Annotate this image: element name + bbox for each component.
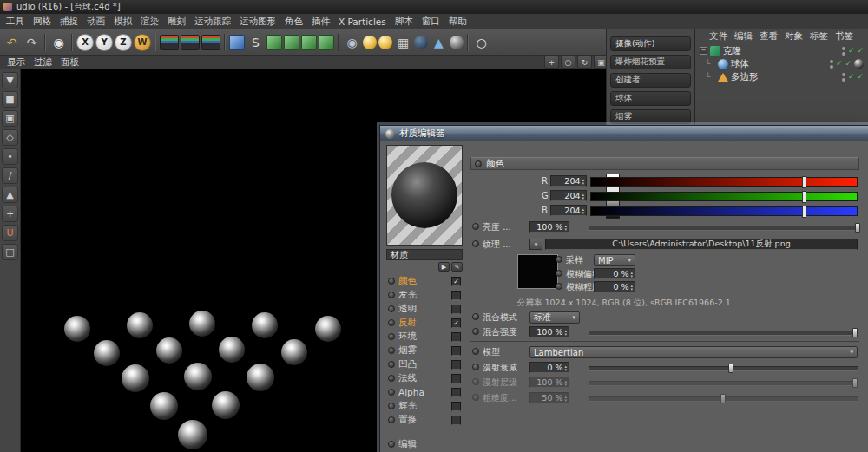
axis-x-button[interactable]: X xyxy=(76,34,94,51)
texture-popup-button[interactable]: ▾ xyxy=(529,239,542,250)
channel-透明[interactable]: 透明 xyxy=(386,302,463,316)
animation-dot[interactable] xyxy=(472,364,479,370)
sampling-dropdown[interactable]: MIP▾ xyxy=(594,254,635,266)
object-row[interactable]: −克隆✓✓ xyxy=(695,44,868,57)
menu-item[interactable]: 脚本 xyxy=(391,16,418,28)
enabled-check-icon[interactable]: ✓ xyxy=(848,73,855,81)
environment-icon[interactable]: ▲ xyxy=(430,33,448,51)
object-manager-menu[interactable]: 文件 xyxy=(706,30,731,43)
material-editor-titlebar[interactable]: 材质编辑器 xyxy=(380,126,868,141)
animation-dot[interactable] xyxy=(475,160,482,167)
mix-strength-slider[interactable] xyxy=(589,331,858,336)
spinner-arrows-icon[interactable]: ▴▾ xyxy=(564,224,567,231)
phong-check-icon[interactable]: ✓ xyxy=(857,73,864,81)
animation-dot[interactable] xyxy=(472,240,479,247)
side-panel-item[interactable]: 爆炸烟花预置 xyxy=(610,55,691,69)
spot-light-icon[interactable] xyxy=(378,36,392,49)
channel-checkbox[interactable] xyxy=(451,332,461,342)
channel-置换[interactable]: 置换 xyxy=(386,413,463,427)
brightness-slider[interactable] xyxy=(589,226,858,231)
channel-checkbox[interactable]: ✓ xyxy=(451,277,461,286)
model-dropdown[interactable]: Lambertian▾ xyxy=(529,346,858,358)
visibility-dots[interactable] xyxy=(830,59,833,69)
snap-icon[interactable]: U xyxy=(2,225,18,241)
channel-辉光[interactable]: 辉光 xyxy=(386,399,463,413)
material-edit-button[interactable]: ✎ xyxy=(451,262,463,272)
spinner-arrows-icon[interactable]: ▴▾ xyxy=(582,178,584,185)
cube-primitive-icon[interactable] xyxy=(229,35,245,50)
axis-y-button[interactable]: Y xyxy=(95,34,113,51)
channel-checkbox[interactable] xyxy=(451,346,461,356)
texture-path-field[interactable]: C:\Users\Administrator\Desktop\11反射.png xyxy=(545,239,858,250)
side-panel-item[interactable]: 球体 xyxy=(610,91,691,106)
slider-handle[interactable] xyxy=(855,223,860,233)
visibility-dots[interactable] xyxy=(842,72,845,82)
subdivision-surface-icon[interactable] xyxy=(266,35,282,50)
object-manager-menu[interactable]: 标签 xyxy=(806,30,832,43)
slider-handle[interactable] xyxy=(852,328,858,337)
diffuse-falloff-slider[interactable] xyxy=(589,366,858,371)
slider-handle[interactable] xyxy=(802,191,806,203)
window-titlebar[interactable]: udio (R16) - [台球.c4d *] xyxy=(0,0,868,14)
channel-checkbox[interactable] xyxy=(451,416,461,425)
animation-dot[interactable] xyxy=(472,348,479,355)
points-mode-icon[interactable]: • xyxy=(2,148,18,165)
sky-icon[interactable] xyxy=(414,36,428,49)
model-mode-icon[interactable]: ■ xyxy=(2,91,18,108)
material-tag[interactable] xyxy=(854,59,864,69)
viewport-rotate-icon[interactable]: ↻ xyxy=(577,56,592,69)
enabled-check-icon[interactable]: ✓ xyxy=(848,47,855,55)
spinner-arrows-icon[interactable]: ▴▾ xyxy=(582,207,584,214)
channel-checkbox[interactable] xyxy=(451,305,461,314)
stage-icon[interactable] xyxy=(450,36,464,49)
channel-发光[interactable]: 发光 xyxy=(386,288,463,302)
viewport-pan-icon[interactable]: + xyxy=(544,56,559,69)
slider-handle[interactable] xyxy=(802,206,806,218)
menu-item[interactable]: 雕刻 xyxy=(163,16,190,28)
animation-dot[interactable] xyxy=(556,256,562,263)
channel-Alpha[interactable]: Alpha xyxy=(386,385,463,399)
channel-环境[interactable]: 环境 xyxy=(386,330,463,344)
make-editable-icon[interactable]: ▼ xyxy=(2,72,18,88)
spinner-arrows-icon[interactable]: ▴▾ xyxy=(564,364,567,371)
material-arrow-button[interactable]: ▶ xyxy=(438,262,450,272)
workplane-mode-icon[interactable]: ◇ xyxy=(2,129,18,146)
channel-法线[interactable]: 法线 xyxy=(386,371,463,385)
render-settings-icon[interactable] xyxy=(201,35,220,50)
instance-icon[interactable] xyxy=(284,35,299,50)
channel-checkbox[interactable] xyxy=(451,388,461,397)
axis-z-button[interactable]: Z xyxy=(115,34,132,51)
render-view-icon[interactable] xyxy=(160,35,179,50)
rgb-gradient-slider[interactable] xyxy=(590,206,858,216)
mix-strength-input[interactable]: 100 % ▴▾ xyxy=(529,326,569,337)
menu-item[interactable]: 网格 xyxy=(29,16,56,28)
light-icon[interactable] xyxy=(363,36,377,49)
object-manager-menu[interactable]: 查看 xyxy=(756,30,781,43)
object-row[interactable]: └球体✓✓ xyxy=(695,57,868,70)
visibility-dots[interactable] xyxy=(842,46,845,56)
slider-handle[interactable] xyxy=(802,176,806,188)
animation-dot[interactable] xyxy=(472,223,479,230)
menu-item[interactable]: 模拟 xyxy=(109,16,136,28)
enabled-check-icon[interactable]: ✓ xyxy=(836,60,843,68)
menu-item[interactable]: 工具 xyxy=(2,16,29,28)
menu-item[interactable]: 插件 xyxy=(307,16,334,28)
spinner-arrows-icon[interactable]: ▴▾ xyxy=(630,271,633,278)
menu-item[interactable]: 角色 xyxy=(280,16,307,28)
live-selection-icon[interactable]: ◉ xyxy=(49,33,68,51)
material-preview[interactable] xyxy=(386,145,463,246)
material-name-label[interactable]: 材质 xyxy=(386,249,463,260)
spinner-arrows-icon[interactable]: ▴▾ xyxy=(582,193,584,200)
tree-expander-icon[interactable]: − xyxy=(700,47,707,55)
channel-凹凸[interactable]: 凹凸 xyxy=(386,357,463,371)
texture-mode-icon[interactable]: ▣ xyxy=(2,110,18,127)
color-section-header[interactable]: 颜色 xyxy=(470,157,859,170)
polygons-mode-icon[interactable]: ▲ xyxy=(2,187,18,203)
menu-item[interactable]: 运动图形 xyxy=(235,16,280,28)
rgb-value-input[interactable]: 204▴▾ xyxy=(550,175,587,187)
channel-烟雾[interactable]: 烟雾 xyxy=(386,344,463,357)
channel-颜色[interactable]: 颜色✓ xyxy=(386,274,463,288)
magnifier-icon[interactable]: ○ xyxy=(472,33,490,51)
rgb-value-input[interactable]: 204▴▾ xyxy=(550,205,587,216)
channel-checkbox[interactable] xyxy=(451,374,461,383)
